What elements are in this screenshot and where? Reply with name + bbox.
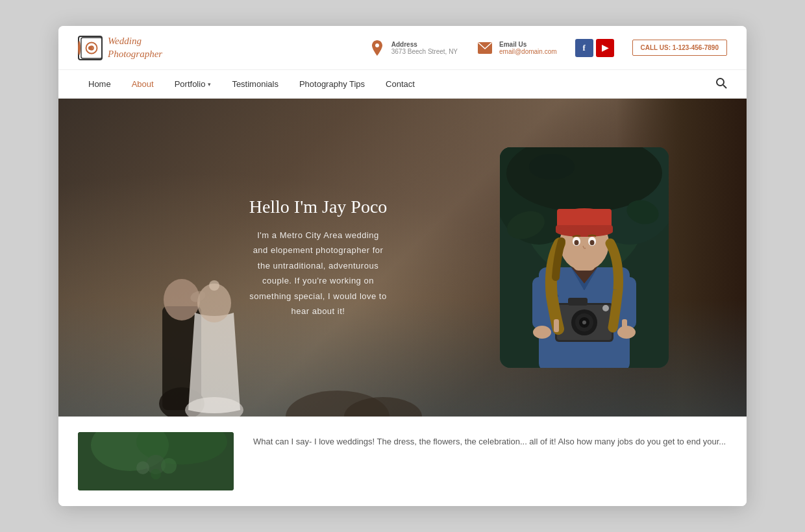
about-section-preview: What can I say- I love weddings! The dre… [58,417,747,506]
logo-icon [78,36,103,60]
svg-point-23 [529,154,575,180]
logo-text: Wedding Photographer [108,35,162,60]
svg-point-55 [161,458,177,474]
portfolio-dropdown-arrow: ▾ [208,81,211,88]
navigation: Home About Portfolio ▾ Testimonials Phot… [58,70,747,99]
nav-about[interactable]: About [121,71,164,97]
svg-rect-36 [568,298,588,306]
call-button[interactable]: CALL US: 1-123-456-7890 [632,40,727,56]
svg-point-43 [556,226,613,237]
search-icon[interactable] [715,77,727,91]
svg-point-5 [717,79,724,86]
nav-links: Home About Portfolio ▾ Testimonials Phot… [78,71,425,97]
photographer-card [500,147,669,368]
svg-point-3 [91,47,93,49]
location-icon [368,39,386,57]
address-info: Address 3673 Beech Street, NY [391,41,458,55]
svg-point-56 [151,469,161,479]
hero-text-block: Hello I'm Jay Poco I'm a Metro City Area… [58,197,474,319]
svg-point-37 [602,305,609,311]
svg-rect-49 [622,319,627,332]
site-header: Wedding Photographer Address 3673 Beech … [58,26,747,70]
logo[interactable]: Wedding Photographer [78,35,162,60]
svg-line-6 [723,85,726,88]
nav-testimonials[interactable]: Testimonials [221,71,289,97]
about-preview-text: What can I say- I love weddings! The dre… [253,432,726,449]
camera-logo-icon [80,36,103,60]
svg-point-28 [533,326,551,339]
svg-point-2 [89,45,94,51]
svg-point-1 [86,42,97,53]
svg-point-35 [582,320,586,324]
social-icons: f ▶ [575,39,614,57]
browser-window: Wedding Photographer Address 3673 Beech … [58,26,747,506]
hero-section: Hello I'm Jay Poco I'm a Metro City Area… [58,99,747,417]
header-contacts: Address 3673 Beech Street, NY Email Us e… [368,39,727,57]
email-icon [476,39,494,57]
svg-point-47 [590,240,595,245]
svg-rect-48 [554,319,559,332]
hero-title: Hello I'm Jay Poco [188,197,448,217]
email-info: Email Us email@domain.com [499,41,557,55]
svg-point-46 [575,240,579,245]
nav-home[interactable]: Home [78,71,121,97]
nav-portfolio[interactable]: Portfolio ▾ [164,71,222,97]
youtube-button[interactable]: ▶ [596,39,614,57]
facebook-button[interactable]: f [575,39,593,57]
svg-point-54 [136,461,149,474]
photographer-image [500,147,669,368]
about-preview-image [78,432,234,490]
address-contact: Address 3673 Beech Street, NY [368,39,458,57]
hero-description: I'm a Metro City Area weddingand elopeme… [188,228,448,319]
nav-contact[interactable]: Contact [375,71,425,97]
svg-rect-0 [81,37,102,58]
email-contact: Email Us email@domain.com [476,39,557,57]
nav-photography-tips[interactable]: Photography Tips [289,71,375,97]
